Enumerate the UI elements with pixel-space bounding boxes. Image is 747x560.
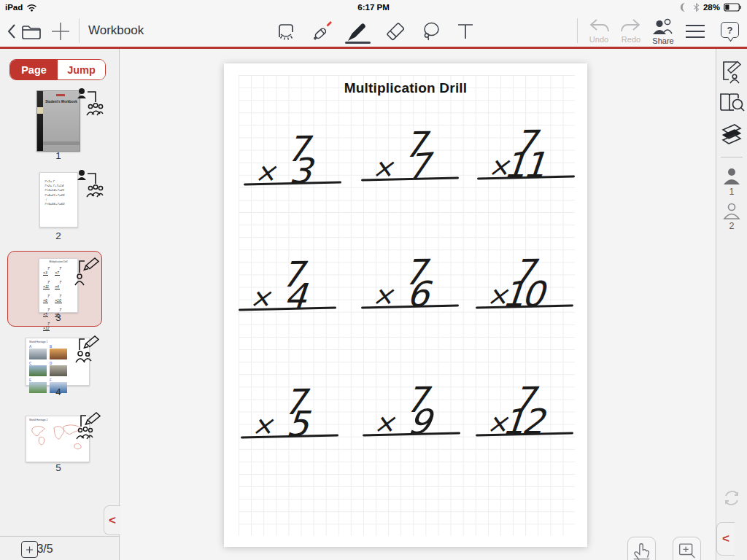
layers-button[interactable] bbox=[716, 122, 747, 146]
tool-view-mode-button[interactable] bbox=[274, 19, 298, 44]
help-button[interactable]: ? bbox=[721, 22, 739, 38]
share-people-icon bbox=[651, 18, 676, 36]
photo bbox=[50, 349, 67, 359]
share-label: Share bbox=[652, 36, 673, 45]
problem-7x4: 7×4 bbox=[241, 261, 343, 319]
problem-7x12: 7×12 bbox=[478, 386, 580, 445]
book-cover-band bbox=[43, 141, 80, 145]
tool-lasso-button[interactable] bbox=[419, 19, 444, 44]
my-page-edit-button[interactable] bbox=[716, 59, 747, 85]
note-page[interactable]: Multiplication Drill 7×3 7×7 7×11 7×4 7×… bbox=[224, 63, 587, 547]
book-spine-band bbox=[37, 107, 43, 114]
sidebar-mode-switch: Page Jump bbox=[9, 59, 106, 80]
photo bbox=[29, 365, 47, 376]
page-sidebar: Page Jump Student's Workbook 1 7×1= 7 7×… bbox=[0, 49, 120, 560]
owner-group-badge bbox=[76, 86, 104, 121]
hand-pointer-icon bbox=[632, 540, 651, 560]
menu-button[interactable] bbox=[683, 19, 708, 44]
book-title: Student's Workbook bbox=[44, 100, 78, 104]
share-button[interactable]: Share bbox=[646, 18, 680, 46]
page-counter: 3/5 bbox=[0, 542, 90, 556]
owner-group-badge bbox=[76, 168, 104, 203]
problem-7x3: 7×3 bbox=[246, 136, 348, 194]
problem-7x9: 7×9 bbox=[365, 386, 467, 445]
page-title: Multiplication Drill bbox=[224, 80, 587, 96]
undo-icon bbox=[588, 18, 610, 34]
user-2-icon bbox=[722, 202, 741, 221]
new-note-button[interactable] bbox=[48, 19, 73, 44]
toolbar-divider bbox=[577, 18, 578, 43]
user-1-label: 1 bbox=[716, 187, 747, 197]
canvas-area: Multiplication Drill 7×3 7×7 7×11 7×4 7×… bbox=[120, 49, 716, 560]
zoom-button[interactable] bbox=[673, 537, 701, 560]
page-number-2: 2 bbox=[36, 230, 80, 241]
photo bbox=[50, 365, 67, 376]
plus-icon bbox=[51, 22, 70, 41]
tool-laser-pointer-button[interactable] bbox=[309, 19, 334, 44]
editing-group-badge bbox=[74, 411, 104, 446]
mini-page-title: Multiplication Drill bbox=[39, 260, 77, 263]
editing-people-badge bbox=[74, 334, 104, 369]
note-line: 7×9=56+7=63 bbox=[44, 202, 77, 206]
sync-button[interactable] bbox=[716, 488, 747, 508]
collapse-right-sidebar-button[interactable]: < bbox=[716, 522, 735, 556]
back-button[interactable] bbox=[3, 19, 19, 44]
problem-7x5: 7×5 bbox=[243, 389, 345, 447]
help-glyph: ? bbox=[727, 25, 733, 36]
collapse-sidebar-button[interactable]: < bbox=[104, 505, 120, 535]
problem-7x7: 7×7 bbox=[363, 131, 465, 190]
toolbar-divider bbox=[79, 18, 80, 43]
magnifier-plus-icon bbox=[678, 540, 696, 560]
back-chevron-icon bbox=[7, 23, 16, 39]
tab-page[interactable]: Page bbox=[10, 60, 58, 79]
document-title: Workbook bbox=[88, 23, 144, 38]
photo bbox=[29, 349, 47, 359]
browse-pages-button[interactable] bbox=[716, 91, 747, 114]
sync-arrows-icon bbox=[721, 488, 742, 508]
library-folder-button[interactable] bbox=[19, 19, 44, 44]
folder-icon bbox=[21, 23, 42, 39]
page-thumbnail-3[interactable]: Multiplication Drill 7×3 7×7 7×11 7×4 7×… bbox=[39, 258, 78, 313]
book-spine bbox=[37, 91, 43, 151]
undo-label: Undo bbox=[589, 35, 608, 44]
redo-label: Redo bbox=[622, 35, 640, 44]
status-bar: iPad 6:17 PM 28% bbox=[0, 0, 747, 15]
user-2-label: 2 bbox=[716, 221, 747, 231]
problem-7x6: 7×6 bbox=[363, 259, 465, 317]
laser-pointer-icon bbox=[310, 20, 333, 43]
gesture-mode-button[interactable] bbox=[627, 537, 656, 560]
editing-person-badge bbox=[73, 255, 102, 290]
page-number-1: 1 bbox=[36, 150, 80, 161]
page-thumbnail-2[interactable]: 7×1= 7 7×2= 7+7=14 7×3=14+7=21 7×4=21+7=… bbox=[39, 172, 78, 228]
sidebar-footer: 3/5 bbox=[0, 536, 119, 560]
redo-icon bbox=[620, 18, 642, 34]
undo-button[interactable]: Undo bbox=[582, 18, 616, 46]
page-thumbnail-1[interactable]: Student's Workbook bbox=[36, 90, 80, 152]
lasso-icon bbox=[419, 20, 443, 43]
user-1-button[interactable] bbox=[716, 167, 747, 186]
page-edit-person-icon bbox=[719, 59, 744, 85]
user-2-button[interactable] bbox=[716, 202, 747, 221]
tab-jump[interactable]: Jump bbox=[58, 60, 105, 79]
problem-7x10: 7×10 bbox=[478, 259, 580, 317]
select-view-icon bbox=[274, 20, 298, 43]
tool-pen-button[interactable] bbox=[345, 19, 370, 44]
book-search-icon bbox=[719, 91, 745, 114]
pen-icon bbox=[346, 20, 369, 43]
sidebar-divider bbox=[721, 157, 743, 158]
mini-problem-grid: 7×3 7×7 7×11 7×4 7×6 7×10 7×5 7×9 7×12 bbox=[42, 265, 77, 334]
tool-text-button[interactable] bbox=[453, 19, 478, 44]
page-number-4: 4 bbox=[36, 386, 80, 397]
layers-icon bbox=[719, 122, 745, 146]
text-tool-icon bbox=[454, 20, 477, 43]
tool-eraser-button[interactable] bbox=[383, 19, 408, 44]
app-window: iPad 6:17 PM 28% bbox=[0, 0, 747, 560]
page-number-5: 5 bbox=[36, 462, 80, 473]
toolbar: Workbook bbox=[0, 15, 747, 47]
page-number-3: 3 bbox=[36, 312, 80, 323]
clock: 6:17 PM bbox=[0, 3, 747, 12]
collaboration-sidebar: 1 2 bbox=[716, 49, 747, 560]
problem-7x11: 7×11 bbox=[479, 130, 581, 188]
accent-divider bbox=[0, 47, 747, 49]
redo-button[interactable]: Redo bbox=[614, 18, 648, 46]
